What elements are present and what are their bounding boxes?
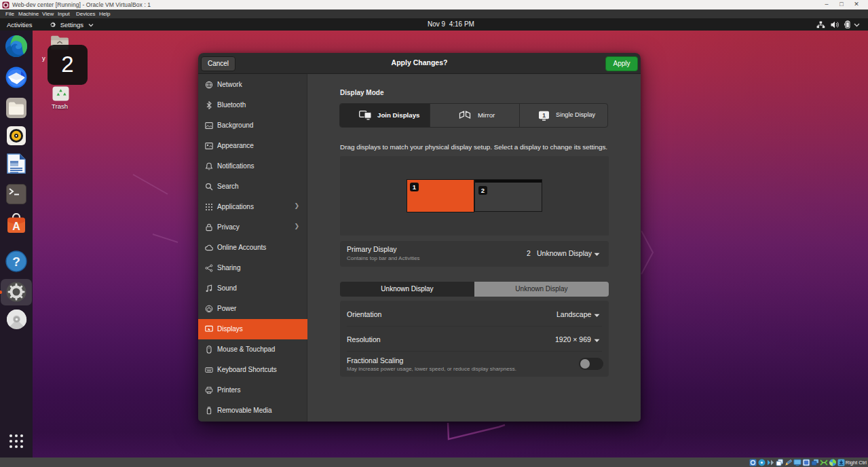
svg-text:1: 1 [542, 112, 546, 119]
svg-text:?: ? [12, 255, 20, 269]
svg-text:A: A [12, 221, 20, 232]
